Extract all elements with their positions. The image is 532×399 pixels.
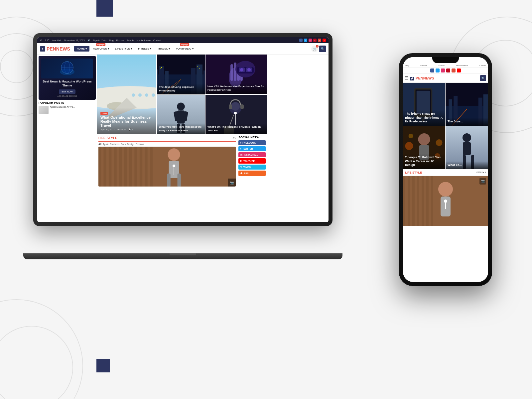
vr-title: How VR-Like Immersive Experiences Can Be…	[207, 85, 265, 92]
popular-post-item-1[interactable]: Apple MacBook Air Vs...	[39, 106, 96, 114]
svg-rect-103	[422, 176, 424, 226]
featured-fashion[interactable]: What's On The Horizon For Men's Fashion …	[205, 94, 267, 134]
lifestyle-next[interactable]: ›	[234, 136, 236, 140]
phone-twitter-icon[interactable]	[436, 68, 440, 72]
svg-rect-63	[134, 147, 137, 187]
phone-next-icon[interactable]: ›	[485, 171, 486, 174]
phone-facebook-icon[interactable]	[430, 68, 434, 72]
phone-social-bar	[403, 67, 488, 74]
phone-lifestyle-section-title: LIFE STYLE	[405, 171, 422, 174]
phone-nav: ☰ 🗞 PENNEWS 🔍	[403, 74, 488, 83]
phone-contact-link[interactable]: Contact	[479, 65, 486, 66]
facebook-label: FACEBOOK	[242, 142, 256, 144]
phone-youtube-icon[interactable]	[457, 68, 461, 72]
nav-item-fitness[interactable]: FITNESS ▾	[135, 46, 154, 52]
facebook-button[interactable]: f FACEBOOK	[238, 140, 266, 145]
phone-mockup: Blog Forums Events Mobile theme Contact	[399, 53, 492, 286]
signin-link[interactable]: Sign in / Join	[93, 39, 106, 42]
phone-search-button[interactable]: 🔍	[480, 75, 486, 81]
phone-instagram-icon[interactable]	[441, 68, 445, 72]
lifestyle-featured-image[interactable]: 📷	[98, 147, 236, 187]
twitter-label: TWITTER	[242, 148, 253, 150]
vr-overlay: How VR-Like Immersive Experiences Can Be…	[205, 83, 267, 94]
mobile-theme-link[interactable]: Mobile theme	[137, 39, 151, 42]
contact-link[interactable]: Contact	[153, 39, 161, 42]
nav-item-lifestyle[interactable]: LIFE STYLE ▾	[112, 46, 135, 52]
pinterest-icon[interactable]: p	[313, 39, 317, 42]
lifestyle-tab-business[interactable]: Business	[110, 143, 119, 145]
phone-events-link[interactable]: Events	[439, 65, 445, 66]
nav-menu: HOME ▾ FEATURES ▾ LIFE STYLE ▾ FITNESS ▾…	[74, 46, 310, 52]
top-bar-left: ⏱ 2.2° New York November 12, 2023 🔊 Sign…	[40, 39, 161, 42]
phone-lifestyle-svg	[403, 176, 488, 226]
svg-rect-56	[98, 147, 101, 187]
phone-prev-icon[interactable]: ‹	[483, 171, 484, 174]
lifestyle-tab-all[interactable]: All	[98, 143, 101, 145]
airplane-views: 👁 4409	[117, 128, 126, 131]
logo-icon: 🗞	[40, 46, 45, 52]
featured-airplane[interactable]: Travel What Operational Excellence Reall…	[97, 55, 157, 134]
nav-item-portfolio[interactable]: PORTFOLIO ▾	[173, 46, 196, 52]
youtube-icon[interactable]: y	[323, 39, 326, 42]
google-plus-icon[interactable]: g	[318, 39, 321, 42]
phone-iphone-title: The iPhone 8 May Be Bigger Than The iPho…	[405, 112, 443, 124]
instagram-icon[interactable]: in	[309, 39, 312, 42]
phone-mobile-theme-link[interactable]: Mobile theme	[456, 65, 468, 66]
facebook-icon[interactable]: f	[299, 39, 303, 42]
temperature: 2.2°	[45, 39, 49, 42]
svg-rect-71	[167, 174, 171, 187]
svg-point-37	[240, 68, 243, 71]
bottom-section: LIFE STYLE ‹ › All Apple Business	[97, 134, 267, 222]
events-link[interactable]: Events	[127, 39, 134, 42]
phone-hamburger-icon[interactable]: ☰	[405, 76, 409, 80]
phone-pinterest-icon[interactable]	[446, 68, 450, 72]
svg-point-40	[177, 103, 185, 111]
phone-blog-link[interactable]: Blog	[405, 65, 409, 66]
forums-link[interactable]: Forums	[116, 39, 124, 42]
svg-point-25	[138, 93, 142, 97]
featured-grid: The Joys of Long Exposure Photography	[97, 55, 267, 134]
twitter-button[interactable]: t TWITTER	[238, 146, 266, 151]
facebook-icon: f	[240, 142, 241, 144]
phone-ux-overlay: 7 people To Follow If You Want A Career …	[403, 154, 445, 169]
phone-card-ux[interactable]: 7 people To Follow If You Want A Career …	[403, 126, 446, 169]
svg-point-26	[132, 93, 135, 97]
featured-vr[interactable]: How VR-Like Immersive Experiences Can Be…	[205, 55, 267, 94]
svg-rect-72	[177, 174, 181, 187]
phone-google-plus-icon[interactable]	[452, 68, 456, 72]
svg-rect-49	[229, 104, 232, 109]
phone-lifestyle-image[interactable]: 📷	[403, 176, 488, 226]
airplane-overlay: Travel What Operational Excellence Reall…	[97, 108, 156, 134]
nav-item-home[interactable]: HOME ▾	[74, 46, 89, 52]
featured-silhouette[interactable]: What You May Have Missed at the Alley 33…	[157, 94, 205, 134]
lifestyle-tab-design[interactable]: Design	[127, 143, 134, 145]
lifestyle-tab-fashion[interactable]: Fashion	[136, 143, 144, 145]
buy-now-button[interactable]: BUY NOW	[59, 89, 75, 94]
featured-city-night[interactable]: The Joys of Long Exposure Photography	[157, 55, 205, 94]
instagram-button[interactable]: in INSTAGRA...	[238, 152, 266, 157]
phone-card-iphone[interactable]: The iPhone 8 May Be Bigger Than The iPho…	[403, 83, 446, 126]
youtube-button[interactable]: ▶ YOUTUBE	[238, 158, 266, 164]
svg-point-23	[152, 93, 155, 97]
svg-point-89	[405, 142, 413, 150]
nav-item-features[interactable]: FEATURES ▾	[90, 46, 112, 52]
vimeo-button[interactable]: V VIMEO	[238, 165, 266, 170]
lifestyle-tab-apple[interactable]: Apple	[103, 143, 109, 145]
cart-icon[interactable]: 🛒 1	[311, 46, 318, 52]
rss-button[interactable]: ◉ RSS	[238, 171, 266, 176]
location: New York	[52, 39, 62, 42]
nav-item-travel[interactable]: TRAVEL ▾	[155, 46, 172, 52]
blog-link[interactable]: Blog	[109, 39, 114, 42]
airplane-comments: 💬 3	[128, 128, 133, 131]
lifestyle-tab-cars[interactable]: Cars	[121, 143, 126, 145]
twitter-icon[interactable]: t	[304, 39, 307, 42]
phone-card-what[interactable]: What Yo...	[446, 126, 488, 169]
lifestyle-prev[interactable]: ‹	[232, 136, 234, 140]
phone-forums-link[interactable]: Forums	[420, 65, 427, 66]
laptop-base	[23, 253, 342, 259]
svg-rect-100	[408, 176, 410, 226]
phone-card-joys[interactable]: The Joys...	[446, 83, 488, 126]
search-button[interactable]: 🔍	[319, 46, 326, 52]
lifestyle-header: LIFE STYLE ‹ ›	[98, 136, 236, 142]
lifestyle-camera-icon: 📷	[228, 179, 236, 187]
